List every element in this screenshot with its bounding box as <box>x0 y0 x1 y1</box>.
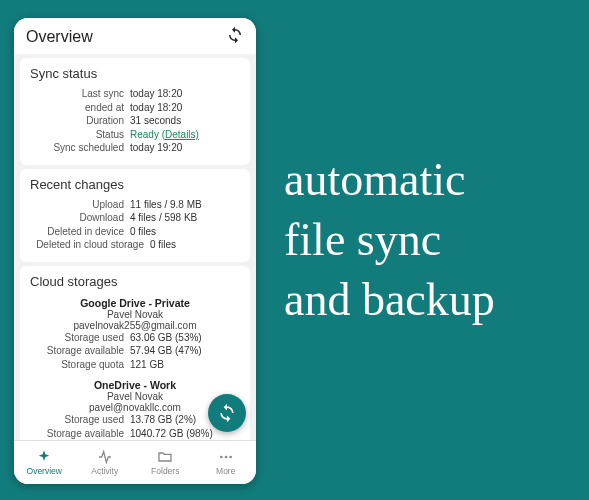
appbar: Overview <box>14 18 256 54</box>
value: 121 GB <box>130 358 240 372</box>
sync-icon <box>217 403 237 423</box>
phone-frame: Overview Sync status Last sync today 18:… <box>14 18 256 484</box>
page-title: Overview <box>26 28 93 46</box>
sync-button[interactable] <box>226 26 244 48</box>
marketing-text: automatic file sync and backup <box>284 150 495 329</box>
nav-label: Activity <box>91 466 118 476</box>
nav-label: Folders <box>151 466 179 476</box>
row-status: Status Ready (Details) <box>30 128 240 142</box>
label: Download <box>30 211 130 225</box>
row-avail: Storage available 1040.72 GB (98%) <box>30 427 240 441</box>
content-scroll[interactable]: Sync status Last sync today 18:20 ended … <box>14 54 256 440</box>
row-used: Storage used 63.06 GB (53%) <box>30 331 240 345</box>
label: Storage available <box>30 344 130 358</box>
sync-status-title: Sync status <box>30 66 240 81</box>
details-link[interactable]: (Details) <box>162 129 199 140</box>
activity-icon <box>97 449 113 465</box>
value: 63.06 GB (53%) <box>130 331 240 345</box>
nav-label: Overview <box>27 466 62 476</box>
nav-label: More <box>216 466 235 476</box>
label: ended at <box>30 101 130 115</box>
label: Deleted in cloud storage <box>30 238 150 252</box>
storage-user: Pavel Novak <box>30 391 240 402</box>
sparkle-icon <box>36 449 52 465</box>
marketing-line: automatic <box>284 150 495 210</box>
row-last-sync: Last sync today 18:20 <box>30 87 240 101</box>
label: Storage quota <box>30 358 130 372</box>
recent-changes-card: Recent changes Upload 11 files / 9.8 MB … <box>20 169 250 262</box>
row-download: Download 4 files / 598 KB <box>30 211 240 225</box>
value: 31 seconds <box>130 114 240 128</box>
folder-icon <box>157 449 173 465</box>
value: 0 files <box>150 238 240 252</box>
label: Storage available <box>30 427 130 441</box>
more-icon <box>218 449 234 465</box>
storage-account[interactable]: Google Drive - Private Pavel Novak pavel… <box>30 297 240 372</box>
svg-point-2 <box>229 456 232 459</box>
row-deleted-device: Deleted in device 0 files <box>30 225 240 239</box>
row-scheduled: Sync scheduled today 19:20 <box>30 141 240 155</box>
value: today 18:20 <box>130 101 240 115</box>
sync-fab[interactable] <box>208 394 246 432</box>
value: today 19:20 <box>130 141 240 155</box>
nav-overview[interactable]: Overview <box>14 441 75 484</box>
value: 11 files / 9.8 MB <box>130 198 240 212</box>
nav-folders[interactable]: Folders <box>135 441 196 484</box>
label: Sync scheduled <box>30 141 130 155</box>
sync-status-card: Sync status Last sync today 18:20 ended … <box>20 58 250 165</box>
value: today 18:20 <box>130 87 240 101</box>
label: Duration <box>30 114 130 128</box>
storage-user: Pavel Novak <box>30 309 240 320</box>
sync-icon <box>226 26 244 44</box>
label: Deleted in device <box>30 225 130 239</box>
row-upload: Upload 11 files / 9.8 MB <box>30 198 240 212</box>
marketing-line: and backup <box>284 270 495 330</box>
storage-name: Google Drive - Private <box>30 297 240 309</box>
row-duration: Duration 31 seconds <box>30 114 240 128</box>
bottom-nav: Overview Activity Folders More <box>14 440 256 484</box>
svg-point-0 <box>220 456 223 459</box>
status-ready: Ready <box>130 129 159 140</box>
nav-more[interactable]: More <box>196 441 257 484</box>
cloud-storages-title: Cloud storages <box>30 274 240 289</box>
row-deleted-cloud: Deleted in cloud storage 0 files <box>30 238 240 252</box>
label: Upload <box>30 198 130 212</box>
recent-changes-title: Recent changes <box>30 177 240 192</box>
storage-name: OneDrive - Work <box>30 379 240 391</box>
label: Status <box>30 128 130 142</box>
marketing-line: file sync <box>284 210 495 270</box>
label: Storage used <box>30 331 130 345</box>
nav-activity[interactable]: Activity <box>75 441 136 484</box>
storage-email: pavelnovak255@gmail.com <box>30 320 240 331</box>
label: Last sync <box>30 87 130 101</box>
row-quota: Storage quota 121 GB <box>30 358 240 372</box>
row-avail: Storage available 57.94 GB (47%) <box>30 344 240 358</box>
value: 0 files <box>130 225 240 239</box>
value: 57.94 GB (47%) <box>130 344 240 358</box>
svg-point-1 <box>224 456 227 459</box>
row-ended: ended at today 18:20 <box>30 101 240 115</box>
value: Ready (Details) <box>130 128 240 142</box>
label: Storage used <box>30 413 130 427</box>
value: 4 files / 598 KB <box>130 211 240 225</box>
